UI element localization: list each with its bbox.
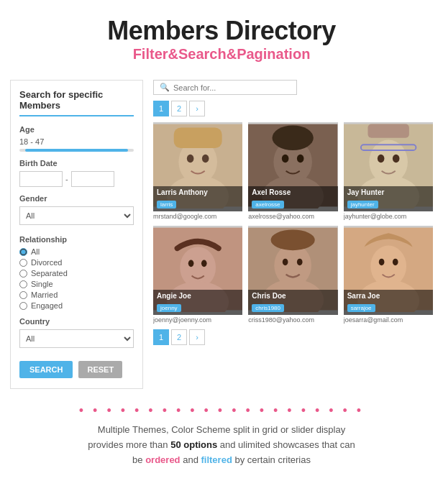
- member-name-bar-1: Larris Anthony larris: [153, 186, 242, 211]
- birthdate-inputs: -: [19, 171, 134, 187]
- member-name-bar-3: Jay Hunter jayhunter: [344, 186, 433, 211]
- radio-divorced[interactable]: Divorced: [19, 258, 134, 267]
- svg-point-27: [283, 259, 288, 266]
- page-bottom-1-button[interactable]: 1: [153, 329, 169, 345]
- age-slider-track[interactable]: [19, 149, 134, 152]
- footer-text-4: be: [132, 454, 145, 465]
- member-name-bar-5: Chris Doe chris1980: [248, 290, 337, 315]
- member-badge-1: larris: [157, 201, 176, 209]
- member-photo-card-2: Axel Rosse axelrosse: [248, 122, 337, 211]
- member-card-2[interactable]: Axel Rosse axelrosse axelrosse@yahoo.com: [248, 122, 337, 220]
- member-photo-card-4: Angie Joe joenny: [153, 226, 242, 315]
- main-content: Search for specific Members Age 18 - 47 …: [0, 73, 443, 396]
- member-card-6[interactable]: Sarra Joe sarrajoe joesarra@gmail.com: [344, 226, 433, 324]
- footer-dots: • • • • • • • • • • • • • • • • • • • • …: [0, 403, 443, 418]
- svg-point-11: [273, 126, 314, 150]
- pagination-top: 1 2 ›: [153, 101, 433, 116]
- member-name-5: Chris Doe: [252, 292, 334, 300]
- birthdate-label: Birth Date: [19, 159, 134, 168]
- svg-point-33: [378, 259, 384, 266]
- member-badge-6: sarrajoe: [347, 304, 375, 312]
- age-range-value: 18 - 47: [19, 137, 134, 146]
- relationship-radio-group: All Divorced Separated Single Married En…: [19, 247, 134, 310]
- svg-point-29: [271, 229, 315, 250]
- svg-point-3: [187, 155, 194, 162]
- member-email-6: joesarra@gmail.com: [344, 316, 433, 324]
- member-card-3[interactable]: Jay Hunter jayhunter jayhunter@globe.com: [344, 122, 433, 220]
- page-title: Members Directory: [14, 16, 429, 46]
- member-name-bar-4: Angie Joe joenny: [153, 290, 242, 315]
- search-input[interactable]: [173, 83, 288, 92]
- member-email-3: jayhunter@globe.com: [344, 213, 433, 220]
- svg-rect-17: [367, 124, 408, 138]
- search-button[interactable]: SEARCH: [19, 361, 73, 378]
- page-bottom-2-button[interactable]: 2: [171, 329, 187, 345]
- member-badge-3: jayhunter: [347, 201, 378, 209]
- search-icon: 🔍: [160, 83, 170, 92]
- member-card-1[interactable]: Larris Anthony larris mrstand@google.com: [153, 122, 242, 220]
- member-name-3: Jay Hunter: [347, 188, 429, 196]
- footer-highlight-2: filtered: [201, 454, 232, 465]
- footer-bold-1: 50 options: [170, 439, 217, 450]
- member-name-6: Sarra Joe: [347, 292, 429, 300]
- radio-married[interactable]: Married: [19, 290, 134, 299]
- page-subtitle: Filter&Search&Pagination: [14, 46, 429, 63]
- page-1-button[interactable]: 1: [153, 101, 169, 116]
- gender-label: Gender: [19, 194, 134, 203]
- svg-point-22: [188, 260, 194, 267]
- search-input-wrap[interactable]: 🔍: [153, 80, 297, 95]
- member-card-4[interactable]: Angie Joe joenny joenny@joenny.com: [153, 226, 242, 324]
- svg-point-16: [393, 155, 400, 162]
- footer-text-2: provides more than: [88, 439, 170, 450]
- date-separator: -: [65, 175, 68, 183]
- member-name-bar-6: Sarra Joe sarrajoe: [344, 290, 433, 315]
- page-next-button[interactable]: ›: [189, 101, 205, 116]
- country-select[interactable]: All: [19, 329, 134, 348]
- svg-point-10: [297, 155, 304, 162]
- svg-point-28: [297, 259, 303, 266]
- footer-text-1: Multiple Themes, Color Scheme split in g…: [98, 424, 345, 435]
- member-name-1: Larris Anthony: [157, 188, 239, 196]
- member-photo-card-6: Sarra Joe sarrajoe: [344, 226, 433, 315]
- age-slider-fill: [25, 149, 128, 152]
- svg-point-4: [202, 155, 209, 162]
- svg-point-23: [201, 260, 207, 267]
- footer-text-6: by certain criterias: [232, 454, 311, 465]
- members-grid-area: 🔍 1 2 ›: [153, 80, 433, 389]
- footer-text: Multiple Themes, Color Scheme split in g…: [0, 423, 443, 479]
- member-email-1: mrstand@google.com: [153, 213, 242, 220]
- birthdate-to[interactable]: [71, 171, 114, 187]
- svg-point-15: [378, 155, 385, 162]
- radio-engaged[interactable]: Engaged: [19, 301, 134, 310]
- member-photo-card-5: Chris Doe chris1980: [248, 226, 337, 315]
- relationship-label: Relationship: [19, 235, 134, 244]
- footer-text-5: and: [181, 454, 201, 465]
- member-email-4: joenny@joenny.com: [153, 316, 242, 324]
- radio-separated[interactable]: Separated: [19, 269, 134, 278]
- page-bottom-next-button[interactable]: ›: [189, 329, 205, 345]
- sidebar-title: Search for specific Members: [19, 89, 134, 116]
- member-name-4: Angie Joe: [157, 292, 239, 300]
- member-card-5[interactable]: Chris Doe chris1980 criss1980@yahoo.com: [248, 226, 337, 324]
- country-label: Country: [19, 317, 134, 326]
- member-photo-card-3: Jay Hunter jayhunter: [344, 122, 433, 211]
- birthdate-from[interactable]: [19, 171, 63, 187]
- footer-highlight-1: ordered: [145, 454, 180, 465]
- page-header: Members Directory Filter&Search&Paginati…: [0, 0, 443, 73]
- radio-single[interactable]: Single: [19, 280, 134, 288]
- members-grid: Larris Anthony larris mrstand@google.com: [153, 122, 433, 324]
- search-bar: 🔍: [153, 80, 433, 95]
- radio-all[interactable]: All: [19, 247, 134, 256]
- member-badge-5: chris1980: [252, 304, 284, 312]
- member-email-2: axelrosse@yahoo.com: [248, 213, 337, 220]
- page-2-button[interactable]: 2: [171, 101, 187, 116]
- svg-point-34: [393, 259, 398, 266]
- gender-select[interactable]: All: [19, 206, 134, 225]
- member-name-2: Axel Rosse: [252, 188, 334, 196]
- age-label: Age: [19, 125, 134, 134]
- pagination-bottom: 1 2 ›: [153, 329, 433, 345]
- footer-text-3: and ulimited showcases that can: [217, 439, 355, 450]
- member-badge-4: joenny: [157, 304, 181, 312]
- svg-rect-5: [174, 127, 222, 148]
- reset-button[interactable]: RESET: [78, 361, 122, 378]
